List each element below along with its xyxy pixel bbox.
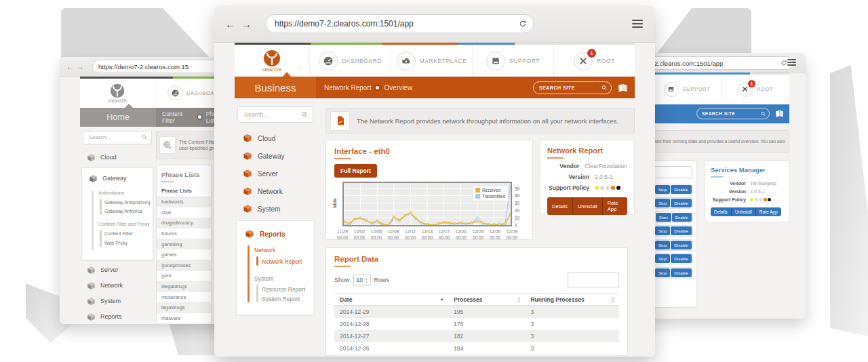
tree-item-gateway-antiphishing[interactable]: Gateway Antiphishing <box>104 200 150 205</box>
url-text[interactable]: 2.clearos.com:1501/app <box>654 60 723 67</box>
forward-button[interactable]: → <box>241 18 252 30</box>
tree-group-system[interactable]: System <box>254 275 273 282</box>
nav-support[interactable]: SUPPORT <box>652 75 721 104</box>
rate-app-button[interactable]: Rate App <box>602 197 627 215</box>
sidebar-item-reports[interactable]: Reports <box>237 225 314 243</box>
sidebar-item-label: Network <box>100 282 123 289</box>
breadcrumb-page[interactable]: Overview <box>384 84 412 92</box>
nav-root[interactable]: 1 ROOT <box>553 45 635 77</box>
rate-app-button[interactable]: Rate App <box>755 207 781 216</box>
search-icon <box>601 85 607 91</box>
nav-root[interactable]: 1 ROOT <box>721 75 789 104</box>
vendor-label: Vendor <box>547 163 585 169</box>
tree-item-web-proxy[interactable]: Web Proxy <box>104 241 127 245</box>
sidebar-item-cloud[interactable]: Cloud <box>80 150 155 165</box>
enable-button[interactable]: Enable <box>672 213 692 222</box>
breadcrumb-app[interactable]: Content Filter <box>162 110 193 124</box>
address-bar[interactable]: 2.clearos.com:1501/app <box>646 56 793 70</box>
url-text[interactable]: https://demo7-2.clearos.com:1501/app <box>275 19 414 28</box>
clearos-logo[interactable]: clearOS <box>235 45 309 77</box>
browser-window-home: ← → https://demo7-2.clearos.com:15 clear… <box>60 57 235 324</box>
site-search-input[interactable] <box>538 85 601 91</box>
breadcrumb-app[interactable]: Network Report <box>324 84 371 92</box>
sidebar-item-label: Gateway <box>102 175 127 182</box>
url-text[interactable]: https://demo7-2.clearos.com:15 <box>98 63 189 71</box>
cube-icon <box>87 266 96 275</box>
phrase-table-header[interactable]: Phrase Lists <box>157 182 211 197</box>
disable-button[interactable]: Disable <box>671 241 692 249</box>
stop-button[interactable]: Stop <box>655 199 671 207</box>
sidebar-item-server[interactable]: Server <box>235 165 316 182</box>
disable-button[interactable]: Disable <box>671 199 692 207</box>
tree-item-network-report[interactable]: Network Report <box>262 258 302 265</box>
uninstall-button[interactable]: Uninstall <box>731 207 755 216</box>
address-bar[interactable]: https://demo7-2.clearos.com:15 <box>92 60 235 73</box>
policy-dot <box>616 186 620 190</box>
table-row: 2014-12-271823 <box>334 330 619 342</box>
cube-icon <box>243 169 252 178</box>
tree-item-content-filter[interactable]: Content Filter <box>104 231 133 236</box>
clearos-logo[interactable]: clearOS <box>80 79 155 108</box>
sidebar-item-reports[interactable]: Reports <box>80 309 155 325</box>
stop-button[interactable]: Stop <box>655 226 671 235</box>
site-search-input[interactable] <box>701 110 761 117</box>
services-filter-input[interactable] <box>652 166 692 178</box>
phrase-table: badwords chat drugadvocacy forums gambli… <box>157 197 211 325</box>
table-filter-input[interactable] <box>568 273 619 287</box>
reload-icon[interactable] <box>519 20 527 28</box>
info-banner-text: The Network Report provides network thro… <box>357 117 618 125</box>
sidebar-item-server[interactable]: Server <box>80 262 155 278</box>
column-header-running-processes[interactable]: Running Processes▴▾ <box>525 296 619 303</box>
sidebar-item-network[interactable]: Network <box>235 182 316 200</box>
tree-item-resource-report[interactable]: Resource Report <box>262 286 305 293</box>
disable-button[interactable]: Disable <box>671 226 692 235</box>
stop-button[interactable]: Stop <box>655 268 671 277</box>
uninstall-button[interactable]: Uninstall <box>572 197 602 215</box>
nav-dashboard[interactable]: DASHBOARD <box>309 45 391 77</box>
details-button[interactable]: Details <box>547 197 572 215</box>
full-report-button[interactable]: Full Report <box>334 164 377 178</box>
breadcrumb-dot-icon <box>198 115 201 119</box>
info-banner: The Content Filter a user-specified gro <box>156 131 217 159</box>
disable-button[interactable]: Disable <box>671 268 692 277</box>
menu-icon[interactable] <box>632 20 643 28</box>
sidebar-item-system[interactable]: System <box>80 294 155 309</box>
sidebar-item-gateway[interactable]: Gateway <box>235 147 316 165</box>
menu-icon[interactable] <box>787 59 796 66</box>
stop-button[interactable]: Stop <box>655 185 671 194</box>
site-search[interactable] <box>533 81 612 94</box>
column-header-date[interactable]: Date▾ <box>334 296 448 303</box>
vendor-label: Vendor <box>711 181 750 186</box>
page-size-select[interactable]: 10 ▴▾ <box>353 274 371 286</box>
nav-marketplace[interactable]: MARKETPLACE <box>391 45 472 77</box>
tree-group-network[interactable]: Network <box>254 247 275 254</box>
reload-icon[interactable] <box>781 60 787 66</box>
user-guide-book-icon[interactable] <box>618 83 628 92</box>
sidebar-item-network[interactable]: Network <box>80 278 155 294</box>
tree-item-gateway-antivirus[interactable]: Gateway Antivirus <box>104 209 142 214</box>
details-button[interactable]: Details <box>711 207 731 216</box>
services-manager-panel: Services Manager VendorTim Burgess Versi… <box>704 160 789 222</box>
site-search[interactable] <box>696 108 770 119</box>
back-button[interactable]: ← <box>66 63 73 71</box>
site-header: clearOS DASHBOARD <box>80 79 235 108</box>
sidebar-item-gateway[interactable]: Gateway <box>82 171 153 186</box>
stop-button[interactable]: Stop <box>655 241 671 249</box>
disable-button[interactable]: Disable <box>671 185 692 194</box>
sidebar-item-system[interactable]: System <box>235 200 316 218</box>
sidebar-search[interactable] <box>83 131 152 144</box>
sidebar-item-cloud[interactable]: Cloud <box>235 129 316 147</box>
address-bar[interactable]: https://demo7-2.clearos.com:1501/app <box>266 14 534 33</box>
tree-item-system-report[interactable]: System Report <box>262 296 300 302</box>
sidebar-search-input[interactable] <box>87 134 142 141</box>
nav-support[interactable]: SUPPORT <box>472 45 553 77</box>
start-button[interactable]: Start <box>656 213 671 222</box>
back-button[interactable]: ← <box>225 18 235 30</box>
forward-button[interactable]: → <box>77 63 83 71</box>
disable-button[interactable]: Disable <box>671 254 692 263</box>
sidebar-search-input[interactable] <box>243 110 302 119</box>
user-guide-book-icon[interactable] <box>775 110 784 117</box>
column-header-processes[interactable]: Processes▴▾ <box>448 296 525 303</box>
stop-button[interactable]: Stop <box>655 254 671 263</box>
sidebar-search[interactable] <box>237 106 313 123</box>
